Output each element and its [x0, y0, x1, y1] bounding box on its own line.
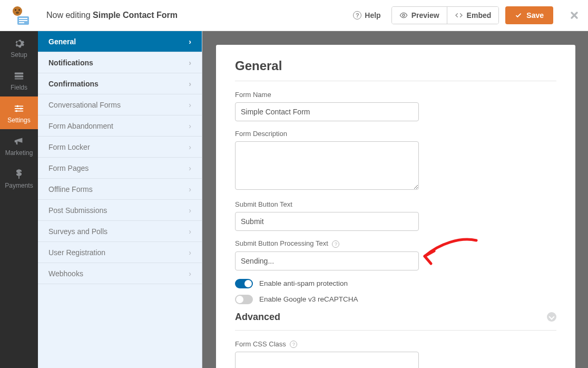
chevron-right-icon: › [189, 59, 191, 67]
nav-label: Setup [11, 51, 27, 59]
dollar-icon [13, 168, 25, 180]
save-button[interactable]: Save [505, 6, 553, 24]
sliders-icon [13, 103, 25, 114]
chevron-right-icon: › [189, 122, 191, 130]
sidebar-item-confirmations[interactable]: Confirmations › [38, 73, 202, 94]
editing-form-name: Simple Contact Form [93, 11, 178, 20]
form-name-label: Form Name [235, 91, 556, 99]
chevron-right-icon: › [189, 143, 191, 151]
close-icon[interactable] [569, 10, 580, 21]
nav-item-settings[interactable]: Settings [0, 96, 38, 129]
svg-rect-11 [15, 79, 24, 80]
sidebar-item-webhooks[interactable]: Webhooks › [38, 263, 202, 284]
sidebar-item-form-locker[interactable]: Form Locker › [38, 137, 202, 158]
form-css-input[interactable] [235, 352, 419, 368]
help-icon: ? [353, 11, 361, 20]
chevron-right-icon: › [189, 206, 191, 215]
antispam-toggle[interactable] [235, 279, 253, 288]
settings-sidebar: General › Notifications › Confirmations … [38, 31, 202, 368]
chevron-down-icon [547, 312, 556, 322]
svg-rect-9 [15, 73, 24, 75]
chevron-right-icon: › [189, 227, 191, 236]
svg-rect-7 [19, 22, 24, 23]
svg-point-12 [16, 105, 18, 108]
submit-text-label: Submit Button Text [235, 200, 556, 208]
svg-point-14 [16, 110, 18, 112]
field-form-css: Form CSS Class ? [235, 340, 556, 368]
svg-point-8 [403, 14, 405, 16]
submit-proc-label: Submit Button Processing Text ? [235, 239, 556, 248]
sidebar-item-form-abandonment[interactable]: Form Abandonment › [38, 115, 202, 137]
chevron-right-icon: › [189, 80, 191, 88]
editing-title: Now editing Simple Contact Form [46, 11, 178, 20]
antispam-label: Enable anti-spam protection [259, 279, 348, 287]
list-icon [13, 70, 25, 82]
panel-heading: General [235, 59, 556, 73]
sidebar-item-offline-forms[interactable]: Offline Forms › [38, 179, 202, 200]
wpforms-logo [4, 5, 37, 26]
sidebar-item-label: Form Pages [48, 164, 89, 172]
nav-item-payments[interactable]: Payments [0, 162, 38, 195]
help-tooltip-icon[interactable]: ? [332, 240, 339, 248]
topbar: Now editing Simple Contact Form ? Help P… [0, 0, 588, 31]
sidebar-item-form-pages[interactable]: Form Pages › [38, 158, 202, 179]
field-form-name: Form Name [235, 91, 556, 121]
recaptcha-label: Enable Google v3 reCAPTCHA [259, 295, 358, 303]
submit-text-input[interactable] [235, 212, 419, 231]
svg-rect-5 [19, 18, 27, 19]
sidebar-item-post-submissions[interactable]: Post Submissions › [38, 200, 202, 221]
field-submit-text: Submit Button Text [235, 200, 556, 231]
nav-item-marketing[interactable]: Marketing [0, 129, 38, 162]
svg-point-1 [15, 9, 16, 11]
preview-button[interactable]: Preview [392, 7, 447, 24]
check-icon [515, 12, 522, 19]
sidebar-item-conversational-forms[interactable]: Conversational Forms › [38, 94, 202, 115]
form-name-input[interactable] [235, 102, 419, 121]
eye-icon [399, 11, 408, 20]
sidebar-item-user-registration[interactable]: User Registration › [38, 242, 202, 263]
help-link[interactable]: ? Help [353, 11, 380, 20]
bullhorn-icon [13, 135, 25, 147]
advanced-header[interactable]: Advanced [235, 312, 556, 323]
nav-item-setup[interactable]: Setup [0, 31, 38, 64]
sidebar-item-label: Form Abandonment [48, 122, 113, 130]
svg-point-13 [20, 108, 22, 110]
help-tooltip-icon[interactable]: ? [290, 341, 297, 348]
submit-proc-input[interactable] [235, 251, 419, 270]
recaptcha-toggle[interactable] [235, 295, 253, 304]
form-desc-input[interactable] [235, 141, 419, 190]
submit-proc-label-text: Submit Button Processing Text [235, 239, 328, 247]
sidebar-item-general[interactable]: General › [38, 31, 202, 52]
nav-label: Marketing [5, 149, 33, 157]
sidebar-item-label: Post Submissions [48, 206, 107, 215]
divider [235, 81, 556, 81]
toggle-antispam-row: Enable anti-spam protection [235, 279, 556, 288]
sidebar-item-label: Surveys and Polls [48, 227, 107, 236]
svg-rect-10 [15, 75, 24, 78]
top-actions: ? Help Preview Embed Save [353, 6, 580, 24]
code-icon [455, 11, 463, 20]
form-css-label: Form CSS Class ? [235, 340, 556, 348]
chevron-right-icon: › [189, 164, 191, 172]
svg-point-2 [18, 9, 20, 11]
nav-item-fields[interactable]: Fields [0, 64, 38, 96]
sidebar-item-notifications[interactable]: Notifications › [38, 52, 202, 73]
main-area: General Form Name Form Description Submi… [202, 31, 588, 368]
nav-label: Payments [5, 182, 33, 189]
editing-prefix: Now editing [46, 11, 93, 20]
chevron-right-icon: › [189, 269, 191, 278]
left-nav: Setup Fields Settings Marketing Payments [0, 31, 38, 368]
chevron-right-icon: › [189, 185, 191, 193]
embed-button[interactable]: Embed [447, 7, 499, 24]
preview-embed-group: Preview Embed [391, 6, 499, 24]
form-desc-label: Form Description [235, 130, 556, 138]
gear-icon [13, 37, 25, 49]
sidebar-item-label: Webhooks [48, 269, 83, 278]
nav-label: Settings [7, 117, 30, 124]
sidebar-item-label: Notifications [48, 59, 93, 67]
chevron-right-icon: › [189, 37, 191, 46]
svg-rect-6 [19, 20, 27, 21]
advanced-heading: Advanced [235, 312, 280, 323]
sidebar-item-label: Confirmations [48, 80, 99, 88]
sidebar-item-surveys-polls[interactable]: Surveys and Polls › [38, 221, 202, 242]
